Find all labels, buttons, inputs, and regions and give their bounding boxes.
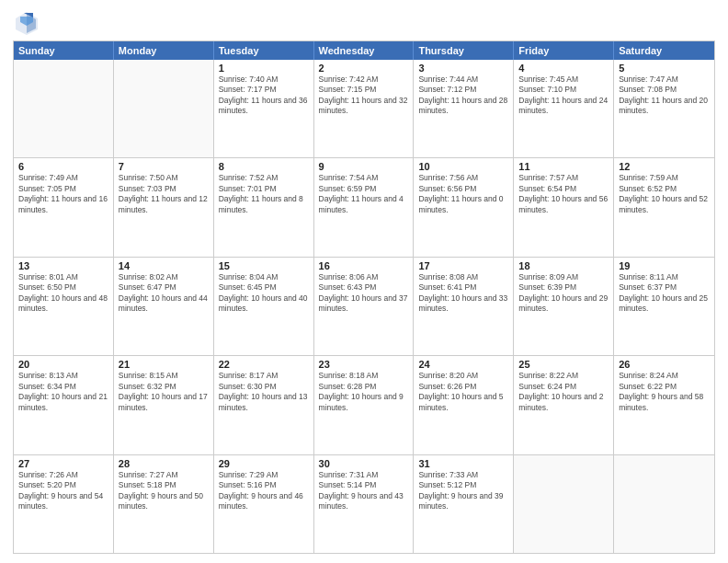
- cell-content: Sunrise: 8:22 AM Sunset: 6:24 PM Dayligh…: [518, 371, 609, 413]
- calendar-cell: [114, 60, 214, 157]
- cell-content: Sunrise: 7:42 AM Sunset: 7:15 PM Dayligh…: [319, 75, 409, 117]
- calendar-cell: 14Sunrise: 8:02 AM Sunset: 6:47 PM Dayli…: [114, 258, 214, 355]
- calendar-cell: 17Sunrise: 8:08 AM Sunset: 6:41 PM Dayli…: [414, 258, 514, 355]
- calendar-cell: 5Sunrise: 7:47 AM Sunset: 7:08 PM Daylig…: [614, 60, 714, 157]
- calendar-cell: 31Sunrise: 7:33 AM Sunset: 5:12 PM Dayli…: [414, 455, 514, 553]
- calendar-cell: 13Sunrise: 8:01 AM Sunset: 6:50 PM Dayli…: [14, 258, 114, 355]
- calendar-cell: 20Sunrise: 8:13 AM Sunset: 6:34 PM Dayli…: [14, 356, 114, 454]
- cell-content: Sunrise: 7:47 AM Sunset: 7:08 PM Dayligh…: [619, 75, 710, 117]
- header: [13, 9, 715, 37]
- day-number: 28: [119, 458, 209, 469]
- day-number: 11: [518, 161, 609, 172]
- calendar-cell: 9Sunrise: 7:54 AM Sunset: 6:59 PM Daylig…: [314, 158, 415, 256]
- calendar-row: 27Sunrise: 7:26 AM Sunset: 5:20 PM Dayli…: [14, 455, 714, 553]
- calendar-cell: 23Sunrise: 8:18 AM Sunset: 6:28 PM Dayli…: [314, 356, 415, 454]
- cell-content: Sunrise: 7:49 AM Sunset: 7:05 PM Dayligh…: [18, 173, 108, 215]
- cell-content: Sunrise: 8:24 AM Sunset: 6:22 PM Dayligh…: [619, 371, 710, 413]
- cell-content: Sunrise: 8:02 AM Sunset: 6:47 PM Dayligh…: [119, 272, 209, 315]
- cell-content: Sunrise: 8:17 AM Sunset: 6:30 PM Dayligh…: [219, 371, 309, 413]
- day-number: 4: [518, 63, 609, 74]
- cell-content: Sunrise: 8:08 AM Sunset: 6:41 PM Dayligh…: [418, 272, 508, 315]
- cell-content: Sunrise: 8:11 AM Sunset: 6:37 PM Dayligh…: [619, 272, 710, 315]
- cell-content: Sunrise: 7:31 AM Sunset: 5:14 PM Dayligh…: [319, 470, 409, 512]
- calendar-cell: 21Sunrise: 8:15 AM Sunset: 6:32 PM Dayli…: [114, 356, 214, 454]
- calendar-cell: 29Sunrise: 7:29 AM Sunset: 5:16 PM Dayli…: [214, 455, 314, 553]
- logo: [13, 9, 44, 37]
- day-number: 20: [18, 359, 108, 370]
- calendar-cell: 10Sunrise: 7:56 AM Sunset: 6:56 PM Dayli…: [414, 158, 514, 256]
- day-number: 23: [319, 359, 409, 370]
- cell-content: Sunrise: 7:40 AM Sunset: 7:17 PM Dayligh…: [219, 75, 309, 117]
- day-number: 16: [319, 260, 409, 271]
- day-number: 22: [219, 359, 309, 370]
- day-number: 6: [18, 161, 108, 172]
- cell-content: Sunrise: 8:06 AM Sunset: 6:43 PM Dayligh…: [319, 272, 409, 315]
- page: SundayMondayTuesdayWednesdayThursdayFrid…: [0, 0, 728, 563]
- day-number: 7: [119, 161, 209, 172]
- calendar-cell: 30Sunrise: 7:31 AM Sunset: 5:14 PM Dayli…: [314, 455, 415, 553]
- calendar: SundayMondayTuesdayWednesdayThursdayFrid…: [13, 40, 715, 554]
- cell-content: Sunrise: 8:09 AM Sunset: 6:39 PM Dayligh…: [518, 272, 609, 315]
- cell-content: Sunrise: 7:57 AM Sunset: 6:54 PM Dayligh…: [518, 173, 609, 215]
- day-number: 10: [418, 161, 508, 172]
- cell-content: Sunrise: 7:52 AM Sunset: 7:01 PM Dayligh…: [219, 173, 309, 215]
- calendar-row: 1Sunrise: 7:40 AM Sunset: 7:17 PM Daylig…: [14, 60, 714, 158]
- cell-content: Sunrise: 8:18 AM Sunset: 6:28 PM Dayligh…: [319, 371, 409, 413]
- calendar-cell: 22Sunrise: 8:17 AM Sunset: 6:30 PM Dayli…: [214, 356, 314, 454]
- day-number: 8: [219, 161, 309, 172]
- cell-content: Sunrise: 8:20 AM Sunset: 6:26 PM Dayligh…: [418, 371, 508, 413]
- day-number: 27: [18, 458, 108, 469]
- day-number: 24: [418, 359, 508, 370]
- day-number: 14: [119, 260, 209, 271]
- calendar-header-day: Monday: [114, 41, 214, 60]
- calendar-cell: [514, 455, 614, 553]
- calendar-cell: 2Sunrise: 7:42 AM Sunset: 7:15 PM Daylig…: [314, 60, 415, 157]
- cell-content: Sunrise: 7:45 AM Sunset: 7:10 PM Dayligh…: [518, 75, 609, 117]
- day-number: 19: [619, 260, 710, 271]
- day-number: 29: [219, 458, 309, 469]
- calendar-cell: 1Sunrise: 7:40 AM Sunset: 7:17 PM Daylig…: [214, 60, 314, 157]
- calendar-cell: 8Sunrise: 7:52 AM Sunset: 7:01 PM Daylig…: [214, 158, 314, 256]
- day-number: 2: [319, 63, 409, 74]
- day-number: 3: [418, 63, 508, 74]
- calendar-cell: 28Sunrise: 7:27 AM Sunset: 5:18 PM Dayli…: [114, 455, 214, 553]
- day-number: 30: [319, 458, 409, 469]
- calendar-row: 6Sunrise: 7:49 AM Sunset: 7:05 PM Daylig…: [14, 158, 714, 257]
- day-number: 21: [119, 359, 209, 370]
- day-number: 12: [619, 161, 710, 172]
- calendar-header: SundayMondayTuesdayWednesdayThursdayFrid…: [14, 41, 714, 60]
- calendar-header-day: Sunday: [14, 41, 114, 60]
- cell-content: Sunrise: 8:15 AM Sunset: 6:32 PM Dayligh…: [119, 371, 209, 413]
- day-number: 1: [219, 63, 309, 74]
- calendar-header-day: Wednesday: [314, 41, 415, 60]
- day-number: 9: [319, 161, 409, 172]
- calendar-cell: 3Sunrise: 7:44 AM Sunset: 7:12 PM Daylig…: [414, 60, 514, 157]
- calendar-cell: 24Sunrise: 8:20 AM Sunset: 6:26 PM Dayli…: [414, 356, 514, 454]
- calendar-cell: 11Sunrise: 7:57 AM Sunset: 6:54 PM Dayli…: [514, 158, 614, 256]
- logo-icon: [13, 9, 40, 37]
- day-number: 18: [518, 260, 609, 271]
- cell-content: Sunrise: 8:13 AM Sunset: 6:34 PM Dayligh…: [18, 371, 108, 413]
- calendar-cell: 12Sunrise: 7:59 AM Sunset: 6:52 PM Dayli…: [614, 158, 714, 256]
- calendar-header-day: Friday: [514, 41, 614, 60]
- calendar-header-day: Thursday: [414, 41, 514, 60]
- cell-content: Sunrise: 7:33 AM Sunset: 5:12 PM Dayligh…: [418, 470, 508, 512]
- calendar-cell: 15Sunrise: 8:04 AM Sunset: 6:45 PM Dayli…: [214, 258, 314, 355]
- calendar-cell: 18Sunrise: 8:09 AM Sunset: 6:39 PM Dayli…: [514, 258, 614, 355]
- cell-content: Sunrise: 7:26 AM Sunset: 5:20 PM Dayligh…: [18, 470, 108, 512]
- calendar-cell: [14, 60, 114, 157]
- calendar-row: 13Sunrise: 8:01 AM Sunset: 6:50 PM Dayli…: [14, 258, 714, 356]
- day-number: 13: [18, 260, 108, 271]
- calendar-cell: 4Sunrise: 7:45 AM Sunset: 7:10 PM Daylig…: [514, 60, 614, 157]
- calendar-cell: 6Sunrise: 7:49 AM Sunset: 7:05 PM Daylig…: [14, 158, 114, 256]
- cell-content: Sunrise: 7:29 AM Sunset: 5:16 PM Dayligh…: [219, 470, 309, 512]
- cell-content: Sunrise: 7:56 AM Sunset: 6:56 PM Dayligh…: [418, 173, 508, 215]
- cell-content: Sunrise: 7:54 AM Sunset: 6:59 PM Dayligh…: [319, 173, 409, 215]
- calendar-row: 20Sunrise: 8:13 AM Sunset: 6:34 PM Dayli…: [14, 356, 714, 454]
- calendar-body: 1Sunrise: 7:40 AM Sunset: 7:17 PM Daylig…: [14, 60, 714, 553]
- calendar-cell: [614, 455, 714, 553]
- day-number: 15: [219, 260, 309, 271]
- day-number: 25: [518, 359, 609, 370]
- calendar-header-day: Saturday: [614, 41, 714, 60]
- cell-content: Sunrise: 7:44 AM Sunset: 7:12 PM Dayligh…: [418, 75, 508, 117]
